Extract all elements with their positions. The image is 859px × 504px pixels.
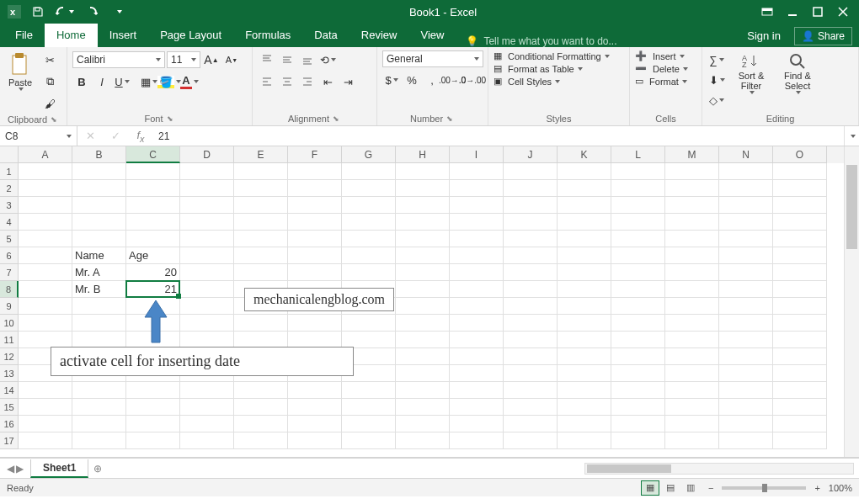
vertical-scrollbar[interactable] (844, 146, 859, 457)
row-header-2[interactable]: 2 (0, 180, 19, 197)
cell-D2[interactable] (180, 180, 234, 197)
cell-J10[interactable] (504, 315, 558, 332)
format-painter-icon[interactable]: 🖌 (40, 94, 59, 113)
cancel-formula-icon[interactable]: ✕ (77, 130, 103, 142)
cell-L5[interactable] (611, 231, 665, 247)
cell-N11[interactable] (719, 332, 773, 348)
cell-L2[interactable] (611, 180, 665, 197)
ribbon-options-icon[interactable] (756, 3, 778, 21)
cell-H9[interactable] (396, 298, 450, 315)
page-layout-view-icon[interactable]: ▤ (661, 480, 680, 496)
font-size-select[interactable]: 11 (167, 51, 200, 68)
tab-home[interactable]: Home (45, 24, 98, 47)
cell-O8[interactable] (773, 281, 827, 298)
cell-K3[interactable] (558, 197, 611, 214)
cell-H11[interactable] (396, 332, 450, 348)
row-header-1[interactable]: 1 (0, 163, 19, 180)
align-middle-icon[interactable] (278, 50, 296, 69)
align-right-icon[interactable] (298, 72, 317, 91)
align-bottom-icon[interactable] (298, 50, 317, 69)
col-header-L[interactable]: L (611, 146, 665, 163)
col-header-G[interactable]: G (342, 146, 396, 163)
cell-D5[interactable] (180, 231, 234, 247)
sort-filter-button[interactable]: AZ Sort & Filter (731, 50, 771, 96)
cell-M13[interactable] (665, 365, 719, 382)
row-header-17[interactable]: 17 (0, 432, 19, 449)
cell-I1[interactable] (450, 163, 504, 180)
cell-A3[interactable] (19, 197, 72, 214)
cell-H16[interactable] (396, 416, 450, 432)
cell-I11[interactable] (450, 332, 504, 348)
cell-O3[interactable] (773, 197, 827, 214)
tell-me-search[interactable]: 💡 Tell me what you want to do... (456, 35, 739, 47)
font-launcher-icon[interactable]: ⬊ (165, 114, 175, 123)
zoom-in-icon[interactable]: + (814, 483, 819, 493)
cell-K8[interactable] (558, 281, 611, 298)
cell-I7[interactable] (450, 264, 504, 281)
font-color-icon[interactable]: A (180, 72, 199, 91)
zoom-slider[interactable] (722, 486, 806, 490)
cell-L14[interactable] (611, 382, 665, 399)
tab-insert[interactable]: Insert (98, 24, 149, 47)
cell-K5[interactable] (558, 231, 611, 247)
cell-D3[interactable] (180, 197, 234, 214)
tab-page-layout[interactable]: Page Layout (148, 24, 233, 47)
cell-E5[interactable] (234, 231, 288, 247)
zoom-knob[interactable] (762, 484, 767, 492)
cell-B1[interactable] (72, 163, 126, 180)
row-header-6[interactable]: 6 (0, 247, 19, 264)
autosum-icon[interactable]: ∑ (707, 50, 726, 69)
cell-E15[interactable] (234, 399, 288, 416)
cell-N2[interactable] (719, 180, 773, 197)
row-header-16[interactable]: 16 (0, 416, 19, 432)
cell-O6[interactable] (773, 247, 827, 264)
zoom-out-icon[interactable]: − (708, 483, 713, 493)
cell-J15[interactable] (504, 399, 558, 416)
cell-I10[interactable] (450, 315, 504, 332)
sheet-nav-next-icon[interactable]: ▶ (16, 463, 24, 475)
underline-button[interactable]: U (113, 72, 131, 91)
clear-icon[interactable]: ◇ (707, 91, 726, 109)
font-name-select[interactable]: Calibri (72, 51, 165, 68)
cell-J6[interactable] (504, 247, 558, 264)
cell-K9[interactable] (558, 298, 611, 315)
share-button[interactable]: 👤 Share (794, 27, 852, 45)
cell-F3[interactable] (288, 197, 342, 214)
qat-customize-icon[interactable] (108, 3, 130, 21)
cell-L15[interactable] (611, 399, 665, 416)
cell-J14[interactable] (504, 382, 558, 399)
cell-L4[interactable] (611, 214, 665, 231)
number-launcher-icon[interactable]: ⬊ (445, 114, 455, 123)
cell-N13[interactable] (719, 365, 773, 382)
fill-icon[interactable]: ⬇ (707, 71, 726, 89)
cell-J11[interactable] (504, 332, 558, 348)
cell-C6[interactable]: Age (126, 247, 180, 264)
cell-E6[interactable] (234, 247, 288, 264)
cell-F15[interactable] (288, 399, 342, 416)
cell-L8[interactable] (611, 281, 665, 298)
cell-M10[interactable] (665, 315, 719, 332)
cell-A8[interactable] (19, 281, 72, 298)
cell-A15[interactable] (19, 399, 72, 416)
cell-J5[interactable] (504, 231, 558, 247)
cell-K7[interactable] (558, 264, 611, 281)
cell-M7[interactable] (665, 264, 719, 281)
cell-M15[interactable] (665, 399, 719, 416)
cell-M17[interactable] (665, 432, 719, 449)
cell-I15[interactable] (450, 399, 504, 416)
alignment-launcher-icon[interactable]: ⬊ (331, 114, 341, 123)
row-header-11[interactable]: 11 (0, 332, 19, 348)
cell-C4[interactable] (126, 214, 180, 231)
cell-B6[interactable]: Name (72, 247, 126, 264)
col-header-K[interactable]: K (558, 146, 611, 163)
cell-M12[interactable] (665, 348, 719, 365)
cell-J7[interactable] (504, 264, 558, 281)
cell-M3[interactable] (665, 197, 719, 214)
cell-K15[interactable] (558, 399, 611, 416)
insert-cells-button[interactable]: ➕ Insert (635, 50, 685, 61)
select-all-corner[interactable] (0, 146, 19, 163)
decrease-decimal-icon[interactable]: .0→.00 (463, 71, 482, 89)
cell-C17[interactable] (126, 432, 180, 449)
cell-A1[interactable] (19, 163, 72, 180)
cell-J8[interactable] (504, 281, 558, 298)
